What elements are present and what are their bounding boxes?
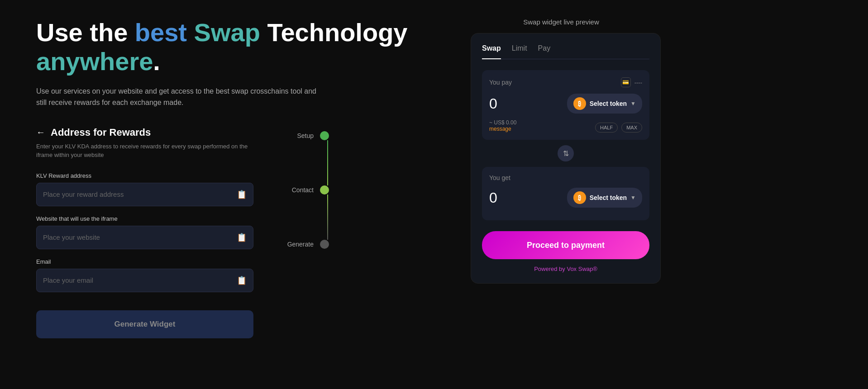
swap-direction-button[interactable]: ⇅ — [558, 145, 574, 161]
pay-token-row: 0 ₿ Select token ▼ — [489, 94, 642, 114]
step-setup-dot — [320, 131, 329, 140]
pay-header: You pay 💳 ---- — [489, 77, 642, 87]
headline-anywhere: anywhere — [36, 47, 153, 76]
step-contact-label: Contact — [286, 186, 314, 194]
btc-icon-pay: ₿ — [573, 97, 586, 110]
get-token-label: Select token — [590, 194, 627, 201]
get-token-row: 0 ₿ Select token ▼ — [489, 188, 642, 208]
get-header: You get — [489, 174, 642, 181]
email-input-wrapper: 📋 — [36, 269, 253, 292]
reward-label: KLV Reward address — [36, 172, 253, 179]
website-input[interactable] — [43, 233, 237, 241]
paste-icon-reward[interactable]: 📋 — [237, 190, 247, 199]
headline-swap: Swap — [187, 18, 260, 47]
reward-address-input[interactable] — [43, 190, 237, 198]
usd-value: ~ US$ 0.00 — [489, 119, 516, 126]
paste-icon-website[interactable]: 📋 — [237, 232, 247, 242]
headline-dot: . — [153, 47, 160, 76]
wallet-icon: 💳 — [621, 77, 631, 87]
headline-best: best — [135, 18, 187, 47]
reward-input-wrapper: 📋 — [36, 183, 253, 206]
headline-technology: Technology — [260, 18, 408, 47]
back-arrow-icon[interactable]: ← — [36, 127, 45, 138]
you-pay-section: You pay 💳 ---- 0 ₿ Select token ▼ — [482, 70, 649, 140]
reward-address-group: KLV Reward address 📋 — [36, 172, 253, 206]
pay-token-label: Select token — [590, 100, 627, 107]
swap-arrows-row: ⇅ — [482, 145, 649, 161]
you-get-label: You get — [489, 174, 510, 181]
tab-limit[interactable]: Limit — [512, 44, 527, 54]
website-input-wrapper: 📋 — [36, 226, 253, 249]
section-title-text: Address for Rewards — [51, 127, 151, 138]
step-line-2 — [327, 194, 328, 240]
step-line-1 — [327, 140, 328, 185]
tab-swap[interactable]: Swap — [482, 44, 501, 54]
pay-chevron-icon: ▼ — [630, 100, 636, 107]
pay-token-select[interactable]: ₿ Select token ▼ — [567, 94, 642, 114]
max-button[interactable]: MAX — [621, 123, 642, 133]
step-contact: Contact — [286, 185, 329, 194]
section-description: Enter your KLV KDA address to receive re… — [36, 142, 253, 160]
step-generate-label: Generate — [286, 241, 314, 248]
preview-label: Swap widget live preview — [523, 18, 599, 26]
step-generate: Generate — [286, 240, 329, 249]
pay-amount: 0 — [489, 95, 497, 112]
section-title-row: ← Address for Rewards — [36, 127, 253, 138]
main-headline: Use the best Swap Technology anywhere. — [36, 18, 444, 76]
get-amount: 0 — [489, 190, 497, 206]
get-chevron-icon: ▼ — [630, 194, 636, 201]
page-subtitle: Use our services on your website and get… — [36, 85, 317, 109]
form-left: ← Address for Rewards Enter your KLV KDA… — [36, 127, 253, 338]
widget-container: Swap Limit Pay You pay 💳 ---- 0 ₿ — [471, 33, 661, 284]
step-setup: Setup — [286, 131, 329, 140]
email-group: Email 📋 — [36, 258, 253, 292]
half-button[interactable]: HALF — [595, 123, 618, 133]
powered-by: Powered by Vox Swap® — [482, 266, 649, 272]
headline-part1: Use the — [36, 18, 135, 47]
btc-icon-get: ₿ — [573, 191, 586, 204]
tab-pay[interactable]: Pay — [538, 44, 551, 54]
half-max-row: HALF MAX — [595, 123, 642, 133]
widget-tabs: Swap Limit Pay — [482, 44, 649, 59]
message-text: message — [489, 126, 516, 132]
step-generate-dot — [320, 240, 329, 249]
get-token-select[interactable]: ₿ Select token ▼ — [567, 188, 642, 208]
email-label: Email — [36, 258, 253, 265]
wallet-dashes: ---- — [634, 79, 642, 86]
website-group: Website that will use the iframe 📋 — [36, 215, 253, 249]
email-input[interactable] — [43, 276, 237, 284]
step-contact-dot — [320, 185, 329, 194]
you-get-section: You get 0 ₿ Select token ▼ — [482, 167, 649, 220]
stepper: Setup Contact Generate — [281, 127, 335, 249]
step-setup-label: Setup — [286, 132, 314, 139]
paste-icon-email[interactable]: 📋 — [237, 275, 247, 285]
you-pay-label: You pay — [489, 79, 512, 86]
generate-widget-button[interactable]: Generate Widget — [36, 310, 253, 338]
form-section: ← Address for Rewards Enter your KLV KDA… — [36, 127, 444, 338]
wallet-icon-group: 💳 ---- — [621, 77, 642, 87]
proceed-to-payment-button[interactable]: Proceed to payment — [482, 231, 649, 259]
right-panel: Swap widget live preview Swap Limit Pay … — [462, 18, 661, 371]
website-label: Website that will use the iframe — [36, 215, 253, 222]
